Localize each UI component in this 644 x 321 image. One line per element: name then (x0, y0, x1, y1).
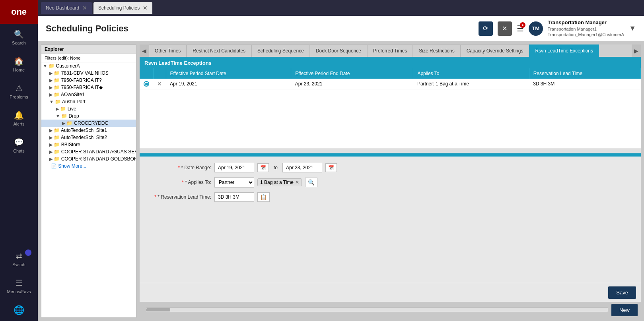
lead-time-input[interactable] (214, 192, 254, 202)
tab-scheduling-policies[interactable]: Scheduling Policies ✕ (93, 2, 152, 14)
applies-to-row: * * Applies To: Partner All Ship Unit 1 … (148, 177, 633, 188)
end-date-calendar-button[interactable]: 📅 (325, 163, 337, 172)
nav-menus-label: Menus/Favs (7, 289, 31, 294)
tree-autotender1-label: AutoTenderSch_Site1 (61, 128, 107, 133)
row-radio-button[interactable] (144, 81, 149, 87)
start-date-calendar-button[interactable]: 📅 (257, 163, 269, 172)
folder-icon-aownsite1: 📁 (54, 92, 60, 97)
applies-required: * (182, 180, 185, 185)
tab-capacity-override[interactable]: Capacity Override Settings (461, 44, 529, 57)
nav-search[interactable]: 🔍 Search (0, 24, 38, 51)
tab-scheduling-policies-label: Scheduling Policies (98, 5, 140, 11)
nav-switch-label: Switch (12, 262, 25, 267)
tree-drop[interactable]: ▼ 📁 Drop (41, 112, 136, 120)
row-select-cell[interactable] (140, 79, 153, 89)
folder-icon-7881: 📁 (54, 70, 60, 76)
main-area: Neo Dashboard ✕ Scheduling Policies ✕ Sc… (38, 0, 644, 321)
end-date-input[interactable] (282, 163, 322, 172)
close-icon: ✕ (502, 25, 507, 32)
col-del (153, 68, 166, 79)
tab-dock-door[interactable]: Dock Door Sequence (310, 44, 367, 57)
tab-scroll-left[interactable]: ◀ (140, 44, 149, 57)
user-dropdown-arrow[interactable]: ▼ (629, 24, 636, 33)
folder-icon-live: 📁 (60, 106, 66, 112)
blue-selection-bar (140, 153, 641, 157)
tab-neo-dashboard[interactable]: Neo Dashboard ✕ (41, 2, 92, 14)
row-delete-icon[interactable]: ✕ (157, 81, 162, 87)
folder-icon-autotender2: 📁 (54, 135, 60, 140)
tree-showmore[interactable]: 📄 Show More... (41, 162, 136, 170)
tab-size-restrictions[interactable]: Size Restrictions (413, 44, 460, 57)
hamburger-icon[interactable]: ☰ ★ (517, 24, 524, 33)
rsvn-panel: Rsvn LeadTime Exceptions Effective Perio… (140, 58, 641, 302)
nav-chats-label: Chats (13, 149, 25, 153)
tree-7950-1[interactable]: ▶ 📁 7950-FABRICA IT? (41, 77, 136, 84)
table-container: Effective Period Start Date Effective Pe… (140, 68, 641, 148)
save-button[interactable]: Save (608, 286, 636, 299)
filter-label: Filters (edit): (45, 56, 69, 60)
expand-austin: ▼ (49, 99, 54, 104)
nav-menus[interactable]: ☰ Menus/Favs (0, 273, 38, 300)
tab-preferred-times[interactable]: Preferred Times (367, 44, 413, 57)
tree-aownsite1[interactable]: ▶ 📁 AOwnSite1 (41, 91, 136, 98)
row-delete-cell[interactable]: ✕ (153, 79, 166, 89)
expand-customerA: ▼ (43, 64, 47, 68)
nav-problems[interactable]: ⚠ Problems (0, 78, 38, 105)
chip-remove-button[interactable]: ✕ (295, 180, 299, 185)
applies-search-button[interactable]: 🔍 (305, 178, 317, 187)
nav-switch[interactable]: ⇄ Switch (0, 246, 38, 273)
folder-icon-autotender1: 📁 (54, 128, 60, 133)
new-button[interactable]: New (611, 304, 638, 316)
tab-other-times[interactable]: Other Times (149, 44, 187, 57)
folder-icon-drop: 📁 (61, 113, 67, 119)
tree-autotender2-label: AutoTenderSch_Site2 (61, 135, 107, 140)
tree-autotender1[interactable]: ▶ 📁 AutoTenderSch_Site1 (41, 127, 136, 134)
close-button[interactable]: ✕ (498, 21, 512, 36)
tree-cooper2[interactable]: ▶ 📁 COOPER STANDARD GOLDSBORO (41, 155, 136, 162)
globe-icon: 🌐 (14, 305, 24, 315)
explorer-filter: Filters (edit): None (41, 54, 136, 62)
alerts-icon: 🔔 (14, 110, 24, 120)
rsvn-header: Rsvn LeadTime Exceptions (140, 58, 641, 68)
tree-live[interactable]: ▶ 📁 Live (41, 105, 136, 112)
nav-home[interactable]: 🏠 Home (0, 51, 38, 78)
table-header-row: Effective Period Start Date Effective Pe… (140, 68, 641, 79)
horizontal-scrollbar[interactable] (146, 307, 608, 312)
table-row[interactable]: ✕ Apr 19, 2021 Apr 23, 2021 Partner: 1 B… (140, 79, 641, 89)
nav-alerts-label: Alerts (13, 122, 24, 126)
tree-customerA[interactable]: ▼ 📁 CustomerA (41, 62, 136, 70)
tab-neo-dashboard-label: Neo Dashboard (46, 5, 79, 11)
tab-rsvn-leadtime[interactable]: Rsvn LeadTime Exceptions (529, 44, 599, 57)
tab-scheduling-seq[interactable]: Scheduling Sequence (251, 44, 310, 57)
folder-icon-cooper1: 📁 (54, 149, 60, 155)
nav-alerts[interactable]: 🔔 Alerts (0, 105, 38, 132)
nav-search-label: Search (12, 41, 26, 45)
tab-neo-dashboard-close[interactable]: ✕ (82, 5, 87, 11)
nav-chats[interactable]: 💬 Chats (0, 132, 38, 159)
start-date-input[interactable] (214, 163, 254, 172)
row-applies-to: Partner: 1 Bag at a Time (413, 79, 529, 89)
tree-austin[interactable]: ▼ 📁 Austin Port (41, 98, 136, 105)
applies-to-label: * * Applies To: (148, 180, 211, 185)
logo[interactable]: one (0, 0, 38, 24)
applies-to-select[interactable]: Partner All Ship Unit (214, 177, 254, 188)
chats-icon: 💬 (14, 137, 24, 147)
tree-autotender2[interactable]: ▶ 📁 AutoTenderSch_Site2 (41, 134, 136, 141)
tab-scheduling-policies-close[interactable]: ✕ (143, 5, 148, 11)
tree-7881[interactable]: ▶ 📁 7881-CDV VALINHOS (41, 70, 136, 77)
refresh-button[interactable]: ⟳ (479, 21, 493, 36)
scrollbar-thumb[interactable] (146, 308, 170, 311)
tree-groceryddg-label: GROCERYDDG (74, 120, 109, 126)
tree-7950-2[interactable]: ▶ 📁 7950-FABRICA IT◆ (41, 84, 136, 91)
tab-scroll-right[interactable]: ▶ (632, 44, 641, 57)
globe-icon-wrap[interactable]: 🌐 (0, 300, 38, 321)
lead-time-row: * * Reservation Lead Time: 📋 (148, 192, 633, 202)
tree-bbistore[interactable]: ▶ 📁 BBIStore (41, 141, 136, 148)
tree-groceryddg[interactable]: ▶ 📁 GROCERYDDG (41, 120, 136, 127)
tree-cooper1[interactable]: ▶ 📁 COOPER STANDARD AGUAS SEALING (3 (41, 148, 136, 155)
lead-time-copy-button[interactable]: 📋 (257, 192, 270, 202)
expand-7950-2: ▶ (49, 85, 53, 90)
page-title: Scheduling Policies (46, 23, 128, 34)
user-avatar: TM (529, 21, 543, 36)
tab-restrict-next[interactable]: Restrict Next Candidates (187, 44, 251, 57)
